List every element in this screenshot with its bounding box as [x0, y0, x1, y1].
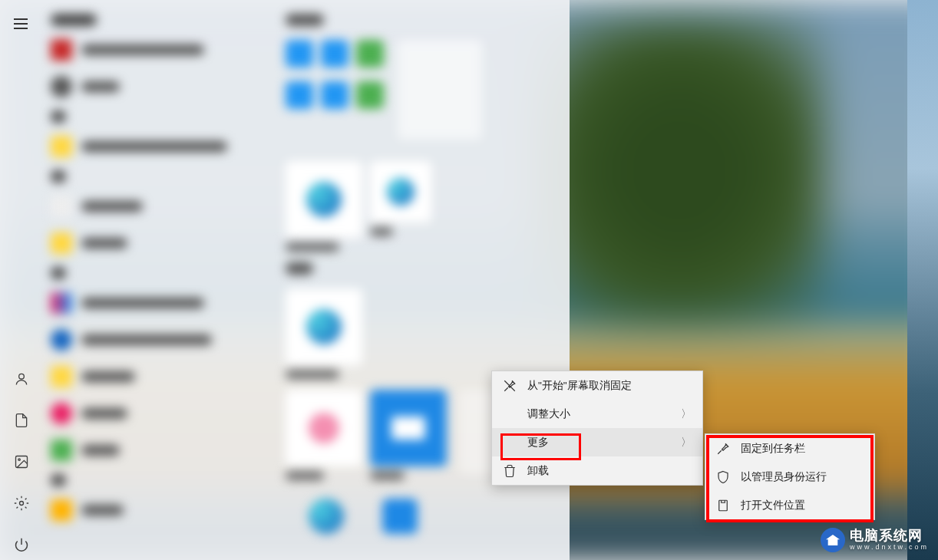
settings-icon[interactable] [14, 496, 29, 511]
svg-point-0 [19, 374, 25, 379]
ctx-unpin-from-start[interactable]: 从"开始"屏幕取消固定 [492, 371, 702, 400]
user-icon[interactable] [14, 371, 29, 387]
shield-icon [716, 470, 730, 484]
list-item[interactable] [51, 497, 273, 523]
tile[interactable] [356, 40, 384, 68]
tile[interactable] [286, 161, 362, 238]
svg-point-3 [20, 502, 24, 506]
context-menu: 从"开始"屏幕取消固定 调整大小 〉 更多 〉 卸载 [491, 371, 703, 486]
ctx-label: 固定到任务栏 [741, 442, 864, 456]
watermark-logo-icon [821, 528, 845, 552]
tile[interactable] [286, 288, 362, 365]
svg-rect-4 [719, 500, 728, 511]
list-item[interactable] [51, 364, 273, 390]
tile[interactable] [286, 40, 313, 68]
ctx-resize[interactable]: 调整大小 〉 [492, 400, 702, 428]
tile[interactable] [321, 81, 348, 109]
svg-point-2 [18, 459, 20, 461]
tile[interactable] [309, 499, 344, 534]
list-item[interactable] [51, 193, 273, 219]
tile[interactable] [321, 40, 348, 68]
list-item[interactable] [51, 74, 273, 100]
start-menu [0, 0, 570, 560]
ctx-label: 从"开始"屏幕取消固定 [527, 379, 692, 393]
watermark-url: www.dnxtw.com [850, 542, 929, 552]
documents-icon[interactable] [14, 413, 29, 428]
apps-list [43, 0, 281, 560]
ctx-more[interactable]: 更多 〉 [492, 428, 702, 456]
ctx-pin-to-taskbar[interactable]: 固定到任务栏 [705, 434, 874, 463]
chevron-right-icon: 〉 [681, 407, 692, 421]
pin-icon [716, 442, 730, 456]
list-item[interactable] [51, 290, 273, 316]
tile[interactable] [286, 81, 313, 109]
tile[interactable] [286, 390, 362, 466]
list-item[interactable] [51, 327, 273, 353]
ctx-label: 卸载 [527, 464, 692, 478]
pictures-icon[interactable] [14, 454, 29, 469]
list-item[interactable] [51, 400, 273, 427]
list-item[interactable] [51, 37, 273, 63]
list-item[interactable] [51, 437, 273, 463]
start-rail [0, 0, 43, 560]
ctx-label: 打开文件位置 [741, 499, 864, 512]
power-icon[interactable] [14, 537, 29, 552]
tile[interactable] [370, 161, 431, 222]
watermark: 电脑系统网 www.dnxtw.com [821, 528, 929, 552]
list-item[interactable] [51, 230, 273, 256]
ctx-label: 以管理员身份运行 [741, 470, 864, 484]
ctx-label: 更多 [527, 436, 670, 450]
list-item[interactable] [51, 133, 273, 160]
ctx-label: 调整大小 [527, 407, 670, 421]
wallpaper-edge [907, 0, 938, 560]
ctx-run-as-admin[interactable]: 以管理员身份运行 [705, 463, 874, 491]
trash-icon [503, 464, 517, 478]
ctx-open-file-location[interactable]: 打开文件位置 [705, 491, 874, 519]
tile[interactable] [356, 81, 384, 109]
context-submenu: 固定到任务栏 以管理员身份运行 打开文件位置 [705, 433, 875, 520]
hamburger-icon[interactable] [14, 18, 29, 34]
unpin-icon [503, 379, 517, 393]
watermark-title: 电脑系统网 [850, 529, 929, 542]
chevron-right-icon: 〉 [681, 436, 692, 450]
folder-icon [716, 499, 730, 512]
ctx-uninstall[interactable]: 卸载 [492, 456, 702, 485]
tile[interactable] [382, 499, 418, 534]
tile[interactable] [370, 390, 447, 466]
